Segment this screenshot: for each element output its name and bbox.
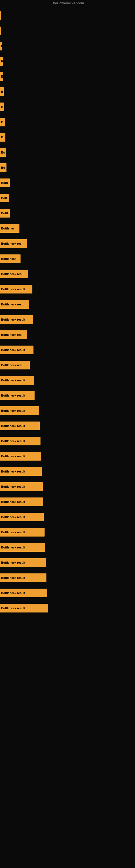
bar-row: Bottleneck result <box>0 555 135 570</box>
bar-label: E <box>1 44 2 48</box>
bar-row: B <box>0 99 135 115</box>
bar: Bo <box>0 163 6 172</box>
bar-row: Bottleneck result <box>0 585 135 600</box>
bar-row: Bottl <box>0 175 135 190</box>
bar: Bottleneck result <box>0 315 33 324</box>
bar-row: Bo <box>0 160 135 175</box>
bar-label: Bo <box>1 166 5 169</box>
bar-label: Bott <box>1 196 7 199</box>
bar-row: Bottleneck result <box>0 525 135 540</box>
bar-label: Bottleneck result <box>1 561 25 564</box>
bar-label: Bottleneck res <box>1 242 21 245</box>
bar-label: B <box>1 90 3 93</box>
bar-row: Bo <box>0 145 135 160</box>
bar: Bottleneck result <box>0 376 34 384</box>
bar-label: Bottleneck result <box>1 287 25 291</box>
bar-row: Bottleneck res <box>0 327 135 342</box>
bar-label: Bottl <box>1 181 8 184</box>
bar-row: Bottleneck result <box>0 388 135 403</box>
bar-label: Bottleneck result <box>1 318 25 321</box>
bar-label: Bottleneck result <box>1 516 25 519</box>
bar: Bottleneck result <box>0 543 45 552</box>
bar: Bottleneck result <box>0 422 40 430</box>
bar-row: Bottleneck result <box>0 600 135 616</box>
bar-row: Bottleneck resu <box>0 358 135 373</box>
bar: Bottleneck result <box>0 467 42 476</box>
bar-row: Bottleneck result <box>0 448 135 464</box>
bar: Bottleneck result <box>0 406 39 415</box>
bar: Bottl <box>0 179 10 187</box>
bar-label: Bottleneck result <box>1 424 25 428</box>
bar-row: Bottleneck result <box>0 312 135 327</box>
bar: Bottleneck resu <box>0 361 30 369</box>
bar: Bottleneck result <box>0 574 46 582</box>
bar: Bottlenec <box>0 224 19 233</box>
bar: Bottleneck result <box>0 558 46 567</box>
bar-row: Bottleneck result <box>0 570 135 585</box>
bar-label: Bottleneck result <box>1 394 25 397</box>
bar: Bottleneck result <box>0 604 48 613</box>
bar: Bottleneck result <box>0 346 34 354</box>
bar <box>0 11 1 20</box>
bar: Bottleneck result <box>0 528 45 536</box>
bar-row <box>0 23 135 38</box>
bar: Bottleneck resu <box>0 270 28 278</box>
bar-label: B <box>1 120 3 124</box>
bar: Bottleneck result <box>0 589 47 597</box>
bar: Bottleneck res <box>0 239 27 248</box>
bar-label: Bottleneck resu <box>1 272 24 276</box>
bar-row: Bottlenec <box>0 221 135 236</box>
bar-label: Bottleneck result <box>1 531 25 534</box>
bar-row: Bottleneck <box>0 251 135 267</box>
bar: E <box>0 72 3 81</box>
bar-label: Bottleneck result <box>1 409 25 412</box>
bar-label: Bottlenec <box>1 227 14 230</box>
bar-label: Bottleneck result <box>1 439 25 443</box>
bar: Bottleneck result <box>0 437 41 445</box>
bar-label: Bottleneck resu <box>1 364 24 367</box>
bar: Bottleneck res <box>0 330 27 339</box>
bar-row: E <box>0 54 135 69</box>
bar <box>0 27 1 35</box>
bar-label: Bottl <box>1 212 8 215</box>
bar: Bottleneck <box>0 254 20 263</box>
bar-row: Bottleneck result <box>0 479 135 494</box>
bar-row <box>0 8 135 23</box>
bar-label: E <box>1 60 3 63</box>
bar-row: Bottleneck result <box>0 433 135 448</box>
bar: B <box>0 133 5 142</box>
bar: Bottleneck resu <box>0 300 29 309</box>
bars-container: EEEBBBBBoBoBottlBottBottlBottlenecBottle… <box>0 8 135 616</box>
bar-row: B <box>0 84 135 99</box>
bar-row: Bottleneck result <box>0 373 135 388</box>
bar-label: Bottleneck result <box>1 455 25 458</box>
bar-row: Bottleneck result <box>0 540 135 555</box>
bar-label: Bottleneck result <box>1 470 25 473</box>
bar-row: E <box>0 38 135 54</box>
bar-label: Bo <box>1 151 5 154</box>
bar-row: B <box>0 130 135 145</box>
bar: B <box>0 87 4 96</box>
bar-row: Bottleneck result <box>0 418 135 433</box>
bar-label: Bottleneck result <box>1 546 25 549</box>
bar: B <box>0 118 5 126</box>
bar: Bottleneck result <box>0 452 41 461</box>
bar: B <box>0 102 4 111</box>
bar-row: Bottleneck result <box>0 282 135 297</box>
bar: E <box>0 42 2 51</box>
bar-row: Bott <box>0 190 135 206</box>
bar-label: Bottleneck result <box>1 500 25 503</box>
bar-label: Bottleneck result <box>1 348 25 351</box>
bar-label: Bottleneck result <box>1 607 25 610</box>
bar-row: Bottleneck result <box>0 509 135 525</box>
bar: Bottl <box>0 209 10 218</box>
bar-label: Bottleneck resu <box>1 303 24 306</box>
bar-label: B <box>1 135 3 139</box>
bar-label: Bottleneck result <box>1 576 25 579</box>
bar-row: Bottl <box>0 206 135 221</box>
bar-label: Bottleneck result <box>1 485 25 488</box>
bar-row: Bottleneck result <box>0 464 135 479</box>
bar: Bottleneck result <box>0 285 32 293</box>
bar-row: B <box>0 115 135 130</box>
bar-label: B <box>1 105 3 108</box>
